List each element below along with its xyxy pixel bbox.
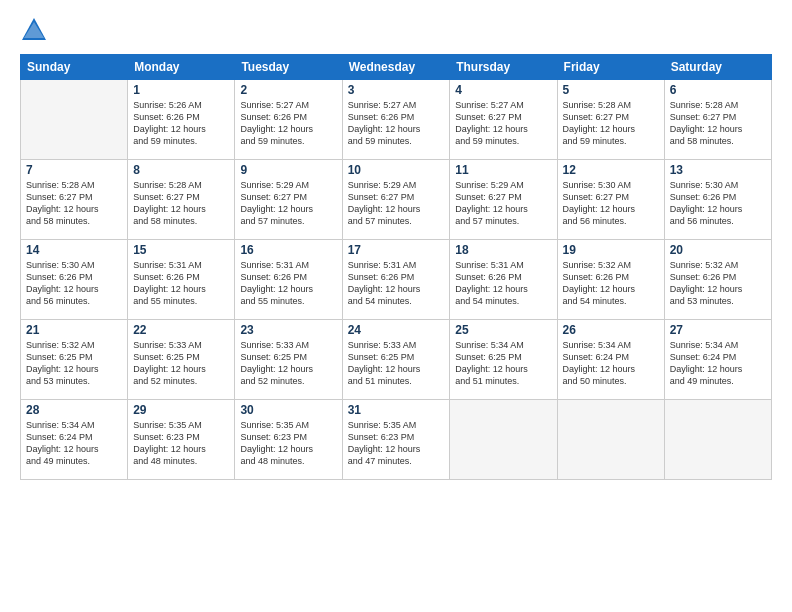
week-row-3: 14Sunrise: 5:30 AM Sunset: 6:26 PM Dayli…: [21, 240, 772, 320]
day-info: Sunrise: 5:31 AM Sunset: 6:26 PM Dayligh…: [133, 259, 229, 308]
day-info: Sunrise: 5:31 AM Sunset: 6:26 PM Dayligh…: [240, 259, 336, 308]
day-number: 19: [563, 243, 659, 257]
day-number: 30: [240, 403, 336, 417]
day-info: Sunrise: 5:30 AM Sunset: 6:27 PM Dayligh…: [563, 179, 659, 228]
weekday-friday: Friday: [557, 55, 664, 80]
calendar-cell: [21, 80, 128, 160]
day-number: 16: [240, 243, 336, 257]
day-number: 18: [455, 243, 551, 257]
day-number: 24: [348, 323, 445, 337]
weekday-tuesday: Tuesday: [235, 55, 342, 80]
calendar-cell: 20Sunrise: 5:32 AM Sunset: 6:26 PM Dayli…: [664, 240, 771, 320]
day-info: Sunrise: 5:35 AM Sunset: 6:23 PM Dayligh…: [133, 419, 229, 468]
day-info: Sunrise: 5:29 AM Sunset: 6:27 PM Dayligh…: [240, 179, 336, 228]
calendar-cell: 19Sunrise: 5:32 AM Sunset: 6:26 PM Dayli…: [557, 240, 664, 320]
day-info: Sunrise: 5:28 AM Sunset: 6:27 PM Dayligh…: [26, 179, 122, 228]
day-number: 20: [670, 243, 766, 257]
calendar-cell: 2Sunrise: 5:27 AM Sunset: 6:26 PM Daylig…: [235, 80, 342, 160]
day-info: Sunrise: 5:34 AM Sunset: 6:25 PM Dayligh…: [455, 339, 551, 388]
day-number: 23: [240, 323, 336, 337]
header: [20, 16, 772, 44]
day-number: 3: [348, 83, 445, 97]
day-number: 8: [133, 163, 229, 177]
day-number: 5: [563, 83, 659, 97]
day-number: 22: [133, 323, 229, 337]
weekday-monday: Monday: [128, 55, 235, 80]
day-number: 21: [26, 323, 122, 337]
weekday-wednesday: Wednesday: [342, 55, 450, 80]
day-info: Sunrise: 5:32 AM Sunset: 6:25 PM Dayligh…: [26, 339, 122, 388]
day-info: Sunrise: 5:35 AM Sunset: 6:23 PM Dayligh…: [240, 419, 336, 468]
day-info: Sunrise: 5:31 AM Sunset: 6:26 PM Dayligh…: [348, 259, 445, 308]
day-number: 12: [563, 163, 659, 177]
calendar-cell: 3Sunrise: 5:27 AM Sunset: 6:26 PM Daylig…: [342, 80, 450, 160]
week-row-4: 21Sunrise: 5:32 AM Sunset: 6:25 PM Dayli…: [21, 320, 772, 400]
calendar-cell: 27Sunrise: 5:34 AM Sunset: 6:24 PM Dayli…: [664, 320, 771, 400]
day-info: Sunrise: 5:29 AM Sunset: 6:27 PM Dayligh…: [455, 179, 551, 228]
day-info: Sunrise: 5:28 AM Sunset: 6:27 PM Dayligh…: [133, 179, 229, 228]
weekday-header-row: SundayMondayTuesdayWednesdayThursdayFrid…: [21, 55, 772, 80]
calendar-cell: 6Sunrise: 5:28 AM Sunset: 6:27 PM Daylig…: [664, 80, 771, 160]
calendar-cell: 17Sunrise: 5:31 AM Sunset: 6:26 PM Dayli…: [342, 240, 450, 320]
day-info: Sunrise: 5:33 AM Sunset: 6:25 PM Dayligh…: [240, 339, 336, 388]
calendar-cell: [557, 400, 664, 480]
day-number: 11: [455, 163, 551, 177]
calendar-cell: 10Sunrise: 5:29 AM Sunset: 6:27 PM Dayli…: [342, 160, 450, 240]
day-number: 31: [348, 403, 445, 417]
day-info: Sunrise: 5:30 AM Sunset: 6:26 PM Dayligh…: [670, 179, 766, 228]
calendar-cell: 8Sunrise: 5:28 AM Sunset: 6:27 PM Daylig…: [128, 160, 235, 240]
calendar-cell: 11Sunrise: 5:29 AM Sunset: 6:27 PM Dayli…: [450, 160, 557, 240]
calendar-cell: 1Sunrise: 5:26 AM Sunset: 6:26 PM Daylig…: [128, 80, 235, 160]
weekday-saturday: Saturday: [664, 55, 771, 80]
day-info: Sunrise: 5:27 AM Sunset: 6:26 PM Dayligh…: [348, 99, 445, 148]
calendar-cell: [450, 400, 557, 480]
logo: [20, 16, 52, 44]
day-info: Sunrise: 5:34 AM Sunset: 6:24 PM Dayligh…: [563, 339, 659, 388]
day-number: 1: [133, 83, 229, 97]
logo-icon: [20, 16, 48, 44]
calendar-cell: 13Sunrise: 5:30 AM Sunset: 6:26 PM Dayli…: [664, 160, 771, 240]
calendar-cell: 25Sunrise: 5:34 AM Sunset: 6:25 PM Dayli…: [450, 320, 557, 400]
day-info: Sunrise: 5:33 AM Sunset: 6:25 PM Dayligh…: [133, 339, 229, 388]
day-info: Sunrise: 5:32 AM Sunset: 6:26 PM Dayligh…: [563, 259, 659, 308]
day-info: Sunrise: 5:34 AM Sunset: 6:24 PM Dayligh…: [26, 419, 122, 468]
calendar-cell: 14Sunrise: 5:30 AM Sunset: 6:26 PM Dayli…: [21, 240, 128, 320]
week-row-1: 1Sunrise: 5:26 AM Sunset: 6:26 PM Daylig…: [21, 80, 772, 160]
day-number: 15: [133, 243, 229, 257]
day-number: 7: [26, 163, 122, 177]
calendar-cell: 23Sunrise: 5:33 AM Sunset: 6:25 PM Dayli…: [235, 320, 342, 400]
day-number: 10: [348, 163, 445, 177]
day-number: 29: [133, 403, 229, 417]
calendar-cell: 21Sunrise: 5:32 AM Sunset: 6:25 PM Dayli…: [21, 320, 128, 400]
calendar-cell: 30Sunrise: 5:35 AM Sunset: 6:23 PM Dayli…: [235, 400, 342, 480]
calendar-cell: 4Sunrise: 5:27 AM Sunset: 6:27 PM Daylig…: [450, 80, 557, 160]
day-number: 14: [26, 243, 122, 257]
page: SundayMondayTuesdayWednesdayThursdayFrid…: [0, 0, 792, 612]
day-number: 17: [348, 243, 445, 257]
day-info: Sunrise: 5:27 AM Sunset: 6:26 PM Dayligh…: [240, 99, 336, 148]
svg-marker-1: [24, 22, 44, 38]
day-info: Sunrise: 5:28 AM Sunset: 6:27 PM Dayligh…: [563, 99, 659, 148]
calendar-cell: 29Sunrise: 5:35 AM Sunset: 6:23 PM Dayli…: [128, 400, 235, 480]
calendar-cell: 9Sunrise: 5:29 AM Sunset: 6:27 PM Daylig…: [235, 160, 342, 240]
weekday-thursday: Thursday: [450, 55, 557, 80]
day-number: 13: [670, 163, 766, 177]
calendar-cell: [664, 400, 771, 480]
day-number: 27: [670, 323, 766, 337]
calendar-cell: 28Sunrise: 5:34 AM Sunset: 6:24 PM Dayli…: [21, 400, 128, 480]
calendar-cell: 12Sunrise: 5:30 AM Sunset: 6:27 PM Dayli…: [557, 160, 664, 240]
day-number: 9: [240, 163, 336, 177]
day-number: 6: [670, 83, 766, 97]
day-info: Sunrise: 5:35 AM Sunset: 6:23 PM Dayligh…: [348, 419, 445, 468]
weekday-sunday: Sunday: [21, 55, 128, 80]
calendar: SundayMondayTuesdayWednesdayThursdayFrid…: [20, 54, 772, 480]
day-info: Sunrise: 5:30 AM Sunset: 6:26 PM Dayligh…: [26, 259, 122, 308]
calendar-cell: 22Sunrise: 5:33 AM Sunset: 6:25 PM Dayli…: [128, 320, 235, 400]
day-info: Sunrise: 5:31 AM Sunset: 6:26 PM Dayligh…: [455, 259, 551, 308]
day-info: Sunrise: 5:26 AM Sunset: 6:26 PM Dayligh…: [133, 99, 229, 148]
calendar-cell: 5Sunrise: 5:28 AM Sunset: 6:27 PM Daylig…: [557, 80, 664, 160]
calendar-cell: 18Sunrise: 5:31 AM Sunset: 6:26 PM Dayli…: [450, 240, 557, 320]
calendar-cell: 31Sunrise: 5:35 AM Sunset: 6:23 PM Dayli…: [342, 400, 450, 480]
week-row-5: 28Sunrise: 5:34 AM Sunset: 6:24 PM Dayli…: [21, 400, 772, 480]
day-number: 28: [26, 403, 122, 417]
